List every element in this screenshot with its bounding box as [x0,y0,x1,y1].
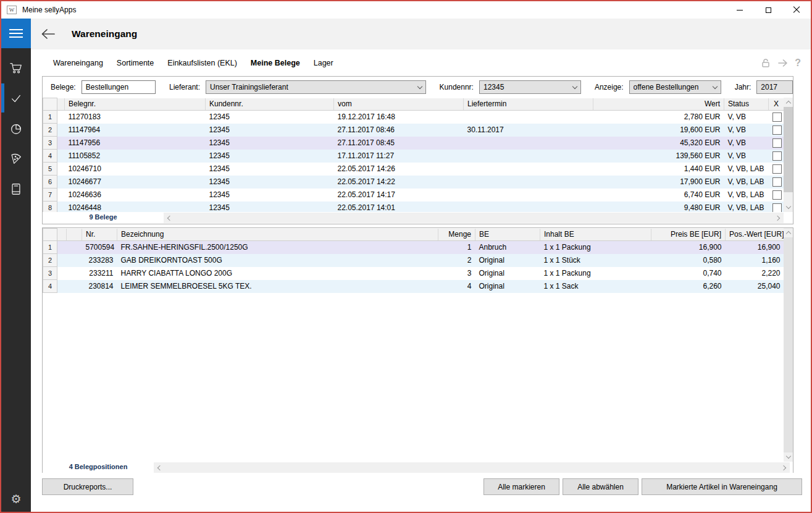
tab-einkaufslisten-ekl[interactable]: Einkaufslisten (EKL) [167,59,237,67]
sidebar-item-pie[interactable] [1,114,31,143]
orders-row[interactable]: 3111479561234527.11.2017 08:4545,320 EUR… [43,137,784,150]
spacer-cell [57,280,67,293]
cell-belegnr: 10246710 [65,163,206,176]
column-header[interactable]: X [769,98,784,111]
positions-hscrollbar[interactable] [154,462,790,473]
kundennr-select[interactable]: 12345 [479,80,581,94]
belege-input[interactable]: Bestellungen [82,80,156,94]
orders-grid: Belegnr.Kundennr.vomLieferterminWertStat… [43,98,793,212]
cell-wert: 19,600 EUR [593,124,724,137]
orders-vscrollbar[interactable] [784,98,793,212]
cell-wert: 139,560 EUR [593,150,724,163]
scroll-thumb[interactable] [784,107,793,192]
cell-be: Original [475,267,540,280]
sidebar-item-pizza[interactable] [1,144,31,173]
row-checkbox[interactable] [772,177,782,187]
anzeige-select[interactable]: offene Bestellungen [629,80,721,94]
position-row[interactable]: 4230814LEIMER SEMMELBROESEL 5KG TEX.4Ori… [43,280,784,293]
column-header[interactable]: Menge [438,229,475,241]
tab-sortimente[interactable]: Sortimente [117,59,154,67]
column-header[interactable]: Status [724,98,769,111]
row-checkbox[interactable] [772,151,782,161]
cell-preis: 0,580 [651,254,726,267]
row-checkbox[interactable] [772,164,782,174]
kundennr-label: Kundennr: [440,83,474,91]
orders-row[interactable]: 5102467101234522.05.2017 14:261,440 EURV… [43,163,784,176]
sidebar-item-cart[interactable] [1,53,31,82]
column-header[interactable]: Kundennr. [206,98,334,111]
orders-row[interactable]: 6102466771234522.05.2017 14:2217,900 EUR… [43,176,784,189]
tab-wareneingang[interactable]: Wareneingang [53,59,103,67]
row-checkbox[interactable] [772,190,782,200]
row-number: 3 [43,137,57,150]
orders-row[interactable]: 7102466361234522.05.2017 14:176,740 EURV… [43,189,784,201]
row-checkbox[interactable] [772,138,782,148]
forward-arrow-icon[interactable] [777,58,789,68]
menu-button[interactable] [1,19,31,48]
alle-markieren-button[interactable]: Alle markieren [483,478,559,495]
column-header[interactable]: Inhalt BE [540,229,651,241]
row-number: 4 [43,280,57,293]
positions-vscrollbar[interactable] [784,228,793,462]
maximize-button[interactable] [754,1,782,19]
position-row[interactable]: 2233283GAB DREIKORNTOAST 500G2Original1 … [43,254,784,267]
scroll-up-icon [785,101,790,106]
column-header[interactable]: BE [475,229,540,241]
cell-belegnr: 11147956 [65,137,206,150]
cell-status: V, VB [724,124,769,137]
column-header[interactable]: Bezeichnung [117,229,438,241]
row-checkbox[interactable] [772,112,782,122]
orders-hscrollbar[interactable] [164,213,784,223]
cell-kundennr: 12345 [206,201,334,213]
window-title: Meine sellyApps [22,6,76,14]
tab-lager[interactable]: Lager [314,59,333,67]
cell-nr: 233211 [82,267,117,280]
row-number-header [43,98,57,111]
scroll-thumb[interactable] [784,237,793,452]
column-header[interactable]: Wert [593,98,724,111]
unlock-icon[interactable] [760,57,771,69]
cell-wert: 1,440 EUR [593,163,724,176]
jahr-input[interactable]: 2017 [756,80,793,94]
positions-footer: 4 Belegpositionen [43,462,793,473]
row-checkbox[interactable] [772,125,782,135]
orders-row[interactable]: 2111479641234527.11.2017 08:4630.11.2017… [43,124,784,137]
cell-bezeichnung: LEIMER SEMMELBROESEL 5KG TEX. [117,280,438,293]
orders-row[interactable]: 1112701831234519.12.2017 16:482,780 EURV… [43,111,784,124]
settings-button[interactable]: ⚙ [1,488,31,509]
cell-poswert: 25,040 [726,280,784,293]
minimize-button[interactable] [726,1,754,19]
druckreports-button[interactable]: Druckreports... [42,478,133,495]
lieferant-select[interactable]: Unser Trainingslieferant [206,80,426,94]
alle-abwaehlen-button[interactable]: Alle abwählen [563,478,638,495]
column-header[interactable]: Nr. [82,229,117,241]
filter-bar: Belege: Bestellungen Lieferant: Unser Tr… [43,77,793,98]
column-header[interactable]: Preis BE [EUR] [651,229,726,241]
cell-status: V, VB, LAB [724,176,769,189]
back-arrow-icon [41,28,56,40]
close-button[interactable] [782,1,811,19]
markierte-artikel-button[interactable]: Markierte Artikel in Wareneingang [642,478,802,495]
column-header[interactable]: Pos.-Wert [EUR] [726,229,784,241]
row-checkbox[interactable] [772,203,782,212]
sidebar-item-book[interactable] [1,174,31,203]
orders-row[interactable]: 4111058521234517.11.2017 11:27139,560 EU… [43,150,784,163]
column-header[interactable]: Belegnr. [65,98,206,111]
cell-status: V, VB, LAB [724,201,769,213]
cell-kundennr: 12345 [206,176,334,189]
cell-cb [769,201,784,213]
sidebar-item-check[interactable] [1,83,31,112]
column-header[interactable]: vom [334,98,464,111]
cell-preis: 16,900 [651,241,726,254]
column-header[interactable]: Liefertermin [464,98,593,111]
tab-meine-belege[interactable]: Meine Belege [251,59,300,67]
position-row[interactable]: 15700594FR.SAHNE-HERINGSFIL.2500/1250G1A… [43,241,784,254]
spacer-cell [57,201,65,213]
help-icon[interactable]: ? [795,58,801,68]
scroll-left-icon [157,465,162,470]
pizza-icon [9,152,23,166]
orders-row[interactable]: 8102464481234522.05.2017 14:019,480 EURV… [43,201,784,213]
book-icon [9,182,23,196]
back-button[interactable] [41,28,56,40]
position-row[interactable]: 3233211HARRY CIABATTA LONGO 200G3Origina… [43,267,784,280]
